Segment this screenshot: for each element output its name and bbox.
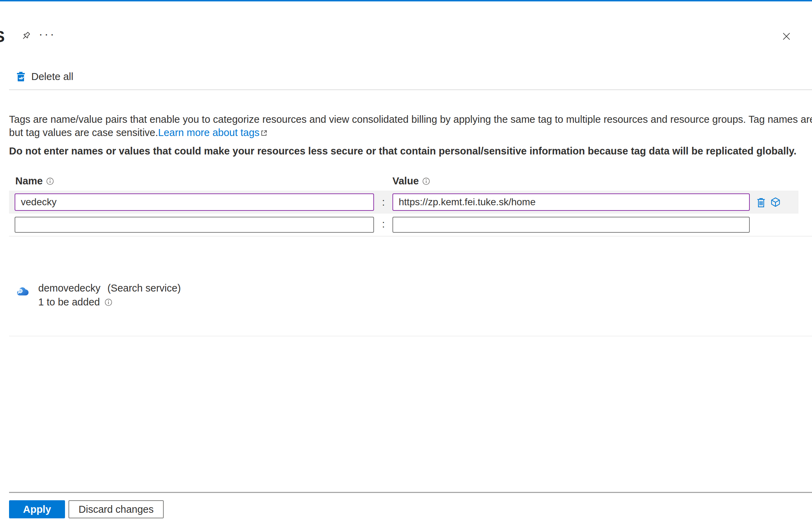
- cube-icon: [770, 197, 781, 208]
- tag-name-input-2[interactable]: [15, 217, 374, 233]
- tag-value-input-1[interactable]: [392, 193, 750, 211]
- delete-all-label: Delete all: [31, 71, 73, 82]
- footer-divider: [9, 492, 812, 493]
- name-info-icon[interactable]: [46, 177, 54, 185]
- delete-all-button[interactable]: Delete all: [16, 71, 73, 82]
- tag-value-input-2[interactable]: [392, 217, 750, 233]
- delete-tag-row-button[interactable]: [754, 195, 768, 209]
- value-header-label: Value: [392, 175, 419, 187]
- trash-icon: [756, 197, 766, 208]
- tag-rows-divider: [9, 236, 812, 237]
- resource-status: 1 to be added: [38, 296, 112, 308]
- resource-title: demovedecky (Search service): [38, 282, 181, 294]
- window-top-border: [0, 0, 812, 1]
- command-bar-divider: [9, 89, 812, 90]
- resource-name: demovedecky: [38, 282, 100, 294]
- delete-all-icon: [16, 71, 26, 82]
- tag-separator-1: :: [377, 197, 389, 208]
- name-header-label: Name: [15, 175, 43, 187]
- resource-list-divider: [9, 336, 812, 336]
- page-title-fragment: S: [0, 27, 5, 46]
- search-service-icon: [15, 285, 29, 297]
- learn-more-link[interactable]: Learn more about tags: [158, 127, 260, 138]
- tags-description: Tags are name/value pairs that enable yo…: [9, 113, 812, 139]
- tags-blade: S ···: [0, 0, 812, 526]
- ellipsis-icon: ···: [39, 27, 56, 41]
- security-warning-text: Do not enter names or values that could …: [9, 145, 796, 157]
- description-line1: Tags are name/value pairs that enable yo…: [9, 114, 812, 125]
- close-icon: [782, 32, 791, 41]
- resource-cube-button[interactable]: [768, 195, 783, 209]
- description-line2: but tag values are case sensitive.: [9, 127, 158, 138]
- status-info-icon[interactable]: [105, 298, 112, 306]
- value-info-icon[interactable]: [422, 177, 430, 185]
- pin-icon: [20, 31, 31, 42]
- resource-status-text: 1 to be added: [38, 296, 100, 308]
- pin-button[interactable]: [18, 29, 33, 44]
- resource-type: (Search service): [107, 282, 181, 294]
- external-link-icon: [260, 129, 268, 137]
- apply-button[interactable]: Apply: [9, 500, 65, 518]
- more-options-button[interactable]: ···: [40, 29, 55, 44]
- name-column-header: Name: [15, 175, 54, 187]
- discard-changes-button[interactable]: Discard changes: [68, 500, 164, 518]
- tag-separator-2: :: [377, 218, 389, 230]
- tag-name-input-1[interactable]: [15, 193, 374, 211]
- value-column-header: Value: [392, 175, 430, 187]
- close-button[interactable]: [779, 29, 794, 44]
